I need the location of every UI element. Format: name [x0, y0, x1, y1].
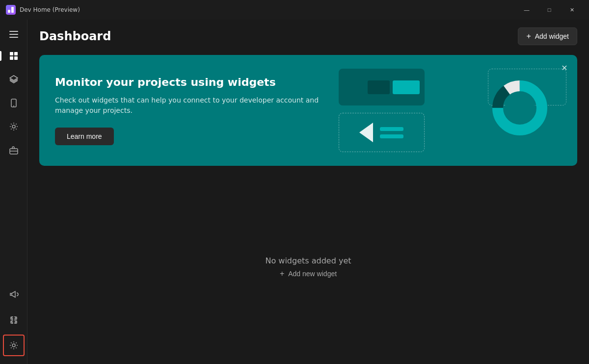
add-new-widget-button[interactable]: + Add new widget	[280, 269, 337, 278]
bar-teal	[393, 80, 420, 94]
megaphone-icon	[9, 289, 19, 299]
empty-state-message: No widgets added yet	[265, 256, 351, 265]
sidebar-item-settings-gear[interactable]	[3, 116, 25, 137]
widget-mockup-1	[339, 69, 425, 105]
ham-line-2	[9, 34, 18, 35]
empty-state: No widgets added yet + Add new widget	[27, 170, 589, 364]
horiz-line-1	[380, 127, 403, 131]
svg-rect-1	[11, 7, 14, 13]
arrow-left-shape	[359, 123, 373, 142]
widget-mockup-2	[339, 113, 425, 152]
add-widget-label: Add widget	[535, 32, 569, 40]
add-new-widget-label: Add new widget	[288, 270, 337, 278]
pie-chart-mockup	[488, 76, 552, 140]
svg-point-15	[505, 93, 535, 123]
app-container: Dashboard + Add widget Monitor your proj…	[0, 20, 589, 364]
hamburger-menu[interactable]	[3, 24, 25, 45]
svg-rect-2	[10, 52, 13, 55]
plus-icon-empty: +	[280, 269, 284, 278]
app-icon	[6, 5, 16, 15]
close-button[interactable]: ✕	[561, 2, 583, 18]
titlebar-title: Dev Home (Preview)	[20, 6, 80, 13]
header: Dashboard + Add widget	[27, 20, 589, 51]
sidebar-bottom	[3, 284, 25, 364]
puzzle-icon	[9, 315, 19, 325]
sidebar-item-layers[interactable]	[3, 69, 25, 90]
svg-point-7	[13, 105, 14, 106]
titlebar: Dev Home (Preview) — □ ✕	[0, 0, 589, 20]
svg-rect-3	[14, 52, 18, 55]
banner-heading: Monitor your projects using widgets	[55, 76, 334, 90]
banner-illustration	[334, 69, 562, 152]
bar-dark	[368, 80, 390, 94]
settings-icon	[9, 340, 19, 350]
main-content: Dashboard + Add widget Monitor your proj…	[27, 20, 589, 364]
sidebar-item-phone[interactable]	[3, 92, 25, 114]
promo-banner: Monitor your projects using widgets Chec…	[39, 55, 577, 166]
lines-container	[380, 127, 403, 138]
horiz-line-2	[380, 134, 403, 138]
banner-description: Check out widgets that can help you conn…	[55, 95, 334, 116]
titlebar-controls: — □ ✕	[515, 2, 583, 18]
sidebar-item-megaphone[interactable]	[3, 284, 25, 305]
svg-rect-4	[10, 56, 13, 60]
sidebar	[0, 20, 27, 364]
svg-rect-0	[8, 10, 10, 13]
add-widget-button[interactable]: + Add widget	[518, 27, 577, 45]
ham-line-1	[9, 31, 18, 32]
plus-icon: +	[526, 32, 531, 41]
dashboard-icon	[9, 51, 19, 61]
layers-icon	[9, 75, 19, 84]
sidebar-item-puzzle[interactable]	[3, 309, 25, 331]
sidebar-item-dashboard[interactable]	[3, 45, 25, 67]
learn-more-button[interactable]: Learn more	[55, 128, 114, 145]
briefcase-icon	[9, 145, 19, 155]
svg-point-8	[12, 125, 15, 128]
banner-close-button[interactable]: ✕	[559, 62, 570, 74]
page-title: Dashboard	[39, 29, 111, 43]
phone-icon	[9, 98, 19, 108]
titlebar-left: Dev Home (Preview)	[6, 5, 80, 15]
gear-top-icon	[9, 122, 19, 131]
svg-rect-5	[14, 56, 18, 60]
svg-point-11	[12, 344, 15, 347]
minimize-button[interactable]: —	[515, 2, 538, 18]
sidebar-item-settings-bottom[interactable]	[3, 335, 25, 356]
banner-content: Monitor your projects using widgets Chec…	[55, 76, 334, 146]
ham-line-3	[9, 37, 18, 38]
maximize-button[interactable]: □	[538, 2, 561, 18]
sidebar-item-briefcase[interactable]	[3, 139, 25, 161]
